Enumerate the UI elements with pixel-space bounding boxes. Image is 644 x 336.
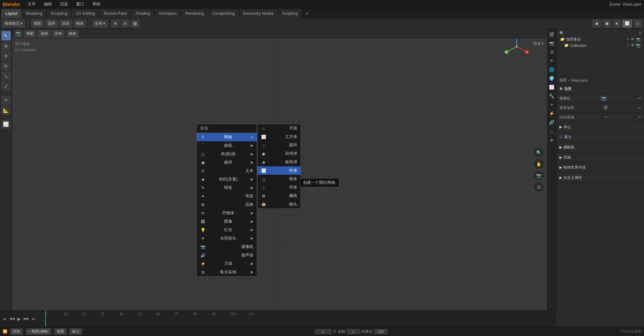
prop-icon-modifier[interactable]: 🔧 <box>548 92 556 100</box>
start-frame-input[interactable]: 1 <box>347 329 360 334</box>
tab-geometry-nodes[interactable]: Geometry Nodes <box>239 9 278 18</box>
tab-scripting[interactable]: Scripting <box>278 9 302 18</box>
section-units[interactable]: ▶ 单位 ··· <box>557 122 644 132</box>
tab-layout[interactable]: Layout <box>1 9 22 18</box>
camera-outliner-icon[interactable]: 📷 <box>636 37 641 41</box>
tab-compositing[interactable]: Compositing <box>208 9 239 18</box>
prop-icon-view[interactable]: 👁 <box>548 57 556 65</box>
add-menu-curve[interactable]: ⌒ 曲线 ▶ <box>197 141 257 150</box>
select-tool[interactable]: ↖ <box>1 31 11 40</box>
visibility-icon[interactable]: ✓ <box>626 37 630 41</box>
sub-visibility-icon[interactable]: ✓ <box>626 43 630 48</box>
object-mode-button[interactable]: 物体模式 ▾ <box>2 20 25 28</box>
section-custom-props[interactable]: ▶ 自定义属性 ··· <box>557 173 644 183</box>
prop-icon-scene[interactable]: 🎬 <box>548 30 556 38</box>
prop-icon-render[interactable]: 📷 <box>548 39 556 47</box>
menu-help[interactable]: 帮助 <box>90 1 102 8</box>
active-clip-edit-icon[interactable]: ✏ <box>638 115 641 119</box>
snap-type-button[interactable]: ▿ 视图(插帧) <box>26 328 51 335</box>
prop-icon-object[interactable]: ⬜ <box>548 83 556 91</box>
timeline-prev-keyframe[interactable]: ◀◀ <box>9 316 14 321</box>
rotate-tool[interactable]: ↻ <box>1 61 11 71</box>
add-menu-light-probe[interactable]: ☀ 光照探头 ▶ <box>197 234 257 243</box>
add-menu-image[interactable]: 🖼 图像 ▶ <box>197 217 257 226</box>
viewport-camera-icon[interactable]: 📷 <box>14 30 22 38</box>
tab-sculpting[interactable]: Sculpting <box>47 9 72 18</box>
tab-modeling[interactable]: Modeling <box>22 9 47 18</box>
mesh-cylinder[interactable]: ⬜ 柱体 <box>257 166 301 175</box>
eye-icon[interactable]: 👁 <box>631 37 635 41</box>
prop-icon-data[interactable]: △ <box>548 127 556 135</box>
menu-file[interactable]: 文件 <box>26 1 38 8</box>
sub-camera-icon[interactable]: 📷 <box>636 43 641 48</box>
mesh-ico-sphere[interactable]: ◈ 棱角球 <box>257 158 301 166</box>
proportional-edit-icon[interactable]: ◎ <box>121 20 129 28</box>
add-workspace-button[interactable]: + <box>302 10 312 17</box>
cursor-tool[interactable]: ⊕ <box>1 41 11 51</box>
tab-rendering[interactable]: Rendering <box>181 9 208 18</box>
end-frame-input[interactable]: 250 <box>374 329 388 334</box>
view-button[interactable]: 视图 <box>31 20 44 28</box>
camera-edit-icon[interactable]: ✏ <box>638 96 641 101</box>
add-menu-lattice[interactable]: ⊞ 晶格 <box>197 200 257 209</box>
viewport-menu-object[interactable]: 物体 <box>66 30 79 38</box>
prop-icon-constraints[interactable]: 🔗 <box>548 118 556 126</box>
add-menu-force-field[interactable]: ⚡ 力场 ▶ <box>197 259 257 268</box>
mesh-circle[interactable]: ○ 圆环 <box>257 141 301 149</box>
timeline-play-button[interactable]: ▶ <box>17 316 21 321</box>
add-menu-mesh[interactable]: ▽ 网格 ▶ <box>197 133 257 141</box>
add-menu-surface[interactable]: ◻ 表(曲)面 ▶ <box>197 150 257 158</box>
playhead[interactable] <box>45 311 46 327</box>
add-menu-collection[interactable]: ⧉ 集合实例 ▶ <box>197 268 257 276</box>
timeline-next-keyframe[interactable]: ▶▶ <box>24 316 29 321</box>
mesh-grid[interactable]: ⊞ 栅格 <box>257 192 301 200</box>
add-menu-volume[interactable]: ◈ 体积(音量) ▶ <box>197 175 257 184</box>
annotate-tool[interactable]: ✏ <box>1 95 11 105</box>
timeline-end-button[interactable]: ⏭ <box>32 317 35 321</box>
section-rigid-body[interactable]: ▶ 刚体世界环境 ··· <box>557 163 644 173</box>
menu-render[interactable]: 渲染 <box>58 1 70 8</box>
prop-icon-material[interactable]: ◈ <box>548 136 556 144</box>
add-menu-light[interactable]: 💡 灯光 ▶ <box>197 226 257 234</box>
camera-button[interactable]: 📷 <box>534 171 544 180</box>
viewport-menu-add[interactable]: 添加 <box>52 30 65 38</box>
add-menu-camera[interactable]: 📷 摄像机 <box>197 243 257 251</box>
add-menu-armature[interactable]: ✦ 骨架 <box>197 192 257 200</box>
menu-edit[interactable]: 编辑 <box>42 1 54 8</box>
camera-value[interactable]: 📷 <box>600 96 608 101</box>
bg-scene-value[interactable]: 🎬 <box>603 106 608 110</box>
render-icon[interactable]: ▣ <box>603 20 611 28</box>
active-clip-value[interactable]: ✂ <box>604 115 607 119</box>
tab-uv-editing[interactable]: UV Editing <box>72 9 99 18</box>
timeline-playback-icon[interactable]: ⏮ <box>3 317 6 321</box>
add-cube-tool[interactable]: ⬜ <box>1 119 11 129</box>
section-audio[interactable]: ▶ 音频 ··· <box>557 152 644 163</box>
object-button[interactable]: 物体 <box>73 20 86 28</box>
move-tool[interactable]: ✛ <box>1 51 11 61</box>
mesh-cube[interactable]: ⬜ 立方体 <box>257 133 301 141</box>
material-icon[interactable]: ◈ <box>613 20 621 28</box>
pan-button[interactable]: ✋ <box>534 159 544 169</box>
add-button[interactable]: 添加 <box>59 20 72 28</box>
viewport-options-label[interactable]: 选项 ▾ <box>533 41 544 46</box>
playback-button[interactable]: 回放 <box>10 328 23 335</box>
add-menu-metaball[interactable]: ◉ 融球 ▶ <box>197 158 257 167</box>
wireframe-icon[interactable]: ◻ <box>634 20 642 28</box>
zoom-in-button[interactable]: 🔍 <box>534 148 544 157</box>
menu-window[interactable]: 窗口 <box>74 1 86 8</box>
outliner-collection[interactable]: 📁 Collection ✓ 👁 📷 <box>558 43 643 48</box>
snap-magnet-icon[interactable]: ⊕ <box>111 20 120 28</box>
solid-icon[interactable]: ⬜ <box>622 20 632 28</box>
add-menu-empty[interactable]: ✛ 空物体 ▶ <box>197 209 257 217</box>
ortho-toggle-button[interactable]: ⊡ <box>534 182 544 192</box>
viewport-menu-select[interactable]: 选择 <box>38 30 51 38</box>
mesh-cone[interactable]: △ 锥体 <box>257 175 301 183</box>
mesh-monkey[interactable]: 🐵 猴头 <box>257 200 301 208</box>
view-timeline-button[interactable]: 视图 <box>54 328 67 335</box>
mesh-icon[interactable]: ⊠ <box>130 20 140 28</box>
add-menu-text[interactable]: A 文本 <box>197 167 257 175</box>
select-button[interactable]: 选择 <box>45 20 58 28</box>
playback-mode-icon[interactable]: ⏩ <box>3 329 7 334</box>
tab-shading[interactable]: Shading <box>131 9 155 18</box>
prop-icon-particles[interactable]: ✦ <box>548 101 556 109</box>
